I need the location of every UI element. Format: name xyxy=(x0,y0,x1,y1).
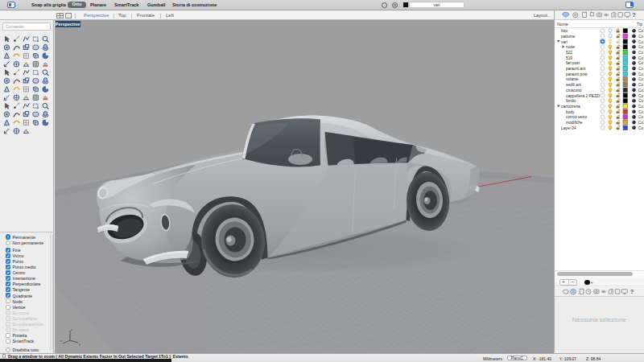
svg-text:body: body xyxy=(566,110,575,114)
svg-text:ruote: ruote xyxy=(566,45,575,49)
svg-text:x: x xyxy=(60,339,62,343)
svg-text:?: ? xyxy=(630,288,634,295)
svg-text:Co: Co xyxy=(638,115,643,119)
svg-text:Co: Co xyxy=(638,35,643,39)
svg-text:paraurti post: paraurti post xyxy=(566,72,588,76)
svg-text:Co: Co xyxy=(638,94,643,98)
svg-text:fondo: fondo xyxy=(566,99,576,103)
svg-text:y: y xyxy=(79,342,80,346)
svg-text:Co: Co xyxy=(638,83,643,87)
svg-text:volante: volante xyxy=(566,77,579,81)
svg-text:Co: Co xyxy=(638,88,643,93)
svg-text:Layer 04: Layer 04 xyxy=(561,126,576,130)
svg-text:fari post: fari post xyxy=(566,61,580,65)
svg-text:sedili ant: sedili ant xyxy=(566,83,582,87)
svg-text:carrozzeria: carrozzeria xyxy=(561,105,580,109)
svg-text:Co: Co xyxy=(638,105,643,109)
svg-text:vari: vari xyxy=(561,40,568,44)
svg-text:Co: Co xyxy=(638,126,643,130)
svg-text:522: 522 xyxy=(566,51,572,55)
svg-text:modifiche: modifiche xyxy=(566,121,583,125)
svg-text:Co: Co xyxy=(638,51,643,55)
svg-text:Co: Co xyxy=(638,72,643,76)
svg-text:cappelliera 2 PEZZI: cappelliera 2 PEZZI xyxy=(566,94,600,98)
svg-text:Co: Co xyxy=(638,67,643,71)
svg-text:Co: Co xyxy=(638,56,643,60)
svg-text:?: ? xyxy=(632,11,635,19)
svg-text:519: 519 xyxy=(566,56,572,60)
svg-text:Co: Co xyxy=(638,99,643,103)
svg-text:z: z xyxy=(71,327,72,331)
svg-text:cruscotto: cruscotto xyxy=(566,88,582,93)
svg-text:Co: Co xyxy=(638,45,643,49)
svg-text:Co: Co xyxy=(638,40,643,44)
svg-text:Co: Co xyxy=(638,121,643,125)
svg-text:paraurti ant: paraurti ant xyxy=(566,67,586,71)
svg-text:pattume: pattume xyxy=(561,35,576,39)
svg-text:Co: Co xyxy=(638,61,643,65)
svg-text:foto: foto xyxy=(561,29,568,33)
svg-text:cornici vetro: cornici vetro xyxy=(566,115,587,119)
svg-text:Co: Co xyxy=(638,110,643,114)
svg-text:Co: Co xyxy=(638,29,643,33)
svg-text:Co: Co xyxy=(638,77,643,81)
